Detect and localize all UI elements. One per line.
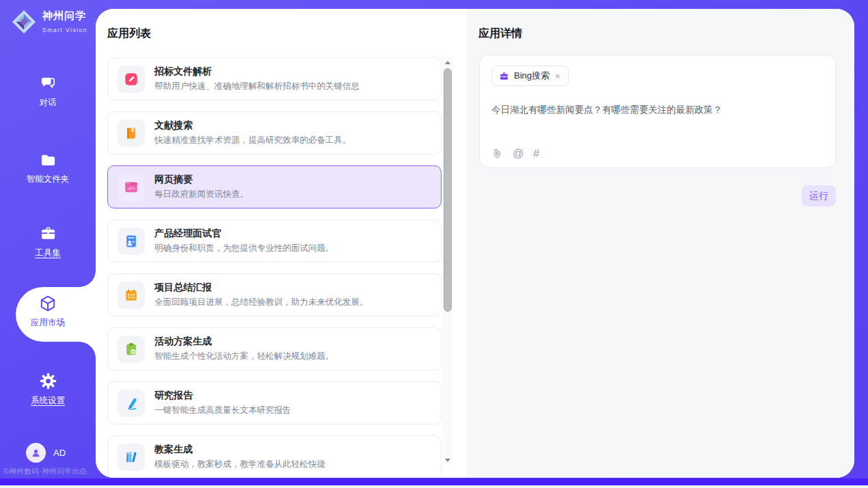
app-list-panel: 应用列表 招标文件解析 帮助用户快速、准确地理解和解析招标书中的关键信息: [96, 9, 467, 478]
list-item-research-report[interactable]: 研究报告 一键智能生成高质量长文本研究报告: [107, 381, 442, 424]
app-name: 活动方案生成: [154, 336, 334, 348]
list-item-event-plan[interactable]: 活动方案生成 智能生成个性化活动方案，轻松解决规划难题。: [107, 327, 442, 370]
triangle-up-icon: [445, 61, 450, 64]
clipboard-check-icon: [118, 336, 145, 363]
brand-logo: 神州问学 Smart Vision: [11, 9, 96, 35]
prompt-card: Bing搜索 × 今日湖北有哪些新闻要点？有哪些需要关注的最新政策？ @ #: [479, 55, 836, 168]
paperclip-icon[interactable]: [491, 148, 503, 159]
at-icon[interactable]: @: [513, 148, 524, 159]
app-desc: 明确身份和职责，为您提供专业性的面试问题。: [154, 243, 334, 254]
app-name: 项目总结汇报: [154, 282, 368, 294]
books-icon: [118, 444, 145, 471]
list-item-pm-interviewer[interactable]: 产品经理面试官 明确身份和职责，为您提供专业性的面试问题。: [107, 219, 442, 262]
calendar-report-icon: [118, 282, 145, 309]
tool-tag-label: Bing搜索: [514, 70, 550, 82]
scrollbar-thumb[interactable]: [444, 68, 452, 312]
app-desc: 一键智能生成高质量长文本研究报告: [154, 405, 291, 416]
app-name: 文献搜索: [154, 120, 351, 132]
app-name: 研究报告: [154, 390, 291, 402]
cube-icon: [0, 295, 96, 312]
app-desc: 帮助用户快速、准确地理解和解析招标书中的关键信息: [154, 81, 360, 92]
scrollbar[interactable]: [443, 57, 452, 465]
user-name: AD: [53, 448, 66, 458]
sidebar-item-app-market[interactable]: 应用市场: [0, 295, 96, 329]
list-item-lesson-plan[interactable]: 教案生成 模板驱动，教案秒成，教学准备从此轻松快捷: [107, 435, 442, 475]
list-item-literature-search[interactable]: 文献搜索 快速精准查找学术资源，提高研究效率的必备工具。: [107, 111, 442, 154]
app-name: 招标文件解析: [154, 66, 360, 78]
gear-icon: [0, 372, 96, 390]
list-item-project-summary[interactable]: 项目总结汇报 全面回顾项目进展，总结经验教训，助力未来优化发展。: [107, 273, 442, 316]
avatar: [26, 443, 46, 463]
sidebar-item-label: 系统设置: [0, 395, 96, 407]
sidebar-item-settings[interactable]: 系统设置: [0, 372, 96, 407]
diamond-prism-icon: [11, 9, 37, 35]
composer-toolbar: @ #: [491, 148, 539, 159]
app-desc: 每日政府新闻资讯快查。: [154, 189, 249, 200]
app-desc: 智能生成个性化活动方案，轻松解决规划难题。: [154, 351, 334, 362]
sidebar-item-smart-folder[interactable]: 智能文件夹: [0, 150, 96, 185]
sidebar-item-label: 智能文件夹: [0, 174, 96, 185]
bubble-curve-bottom: [79, 342, 96, 358]
app-desc: 全面回顾项目进展，总结经验教训，助力未来优化发展。: [154, 297, 368, 308]
sidebar: 神州问学 Smart Vision 对话 智能文件夹: [0, 0, 96, 478]
list-item-bid-parse[interactable]: 招标文件解析 帮助用户快速、准确地理解和解析招标书中的关键信息: [107, 57, 442, 100]
app-desc: 快速精准查找学术资源，提高研究效率的必备工具。: [154, 135, 351, 146]
chat-icon: [0, 74, 96, 92]
browser-code-icon: </>: [118, 174, 145, 201]
app-background: 神州问学 Smart Vision 对话 智能文件夹: [0, 0, 868, 478]
sidebar-item-label: 工具集: [0, 247, 96, 259]
content-sheet: 应用列表 招标文件解析 帮助用户快速、准确地理解和解析招标书中的关键信息: [96, 9, 854, 478]
app-name: 网页摘要: [154, 174, 249, 186]
app-name: 教案生成: [154, 444, 325, 456]
toolbox-icon: [0, 224, 96, 243]
bubble-curve-top: [79, 271, 96, 287]
app-detail-panel: 应用详情 Bing搜索 × 今日湖北有哪些新闻要点？有哪些需要关注的最新政策？: [467, 9, 854, 478]
app-list-title: 应用列表: [107, 27, 151, 41]
pen-report-icon: [118, 390, 145, 417]
scrollbar-up-button[interactable]: [443, 57, 452, 67]
run-button[interactable]: 运行: [802, 185, 836, 206]
user-chip[interactable]: AD: [26, 443, 66, 463]
sidebar-item-chat[interactable]: 对话: [0, 74, 96, 109]
query-input[interactable]: 今日湖北有哪些新闻要点？有哪些需要关注的最新政策？: [491, 103, 823, 117]
bottom-accent-bar: [0, 478, 868, 485]
tool-tag-bing-search[interactable]: Bing搜索 ×: [491, 66, 569, 86]
sidebar-item-label: 应用市场: [0, 317, 96, 329]
folder-icon: [0, 150, 96, 169]
app-desc: 模板驱动，教案秒成，教学准备从此轻松快捷: [154, 459, 325, 470]
sidebar-item-label: 对话: [0, 97, 96, 109]
briefcase-icon: [499, 71, 509, 81]
edit-document-icon: [118, 66, 145, 93]
app-name: 产品经理面试官: [154, 228, 334, 240]
brand-subtitle: Smart Vision: [42, 27, 87, 33]
triangle-down-icon: [445, 459, 450, 462]
book-icon: [118, 120, 145, 147]
scrollbar-down-button[interactable]: [443, 455, 452, 465]
list-item-web-summary[interactable]: </> 网页摘要 每日政府新闻资讯快查。: [107, 165, 442, 208]
copyright-footer: ©神州数码·神州问学出品: [3, 467, 96, 476]
svg-text:</>: </>: [127, 186, 135, 191]
sidebar-item-toolset[interactable]: 工具集: [0, 224, 96, 259]
close-icon[interactable]: ×: [554, 71, 561, 81]
hash-icon[interactable]: #: [533, 148, 539, 159]
brand-name: 神州问学: [42, 10, 86, 21]
bottom-edge-line: [0, 485, 868, 486]
interviewer-icon: [118, 228, 145, 255]
app-list: 招标文件解析 帮助用户快速、准确地理解和解析招标书中的关键信息 文献搜索: [107, 57, 442, 475]
app-detail-title: 应用详情: [478, 27, 522, 41]
person-icon: [30, 447, 42, 459]
